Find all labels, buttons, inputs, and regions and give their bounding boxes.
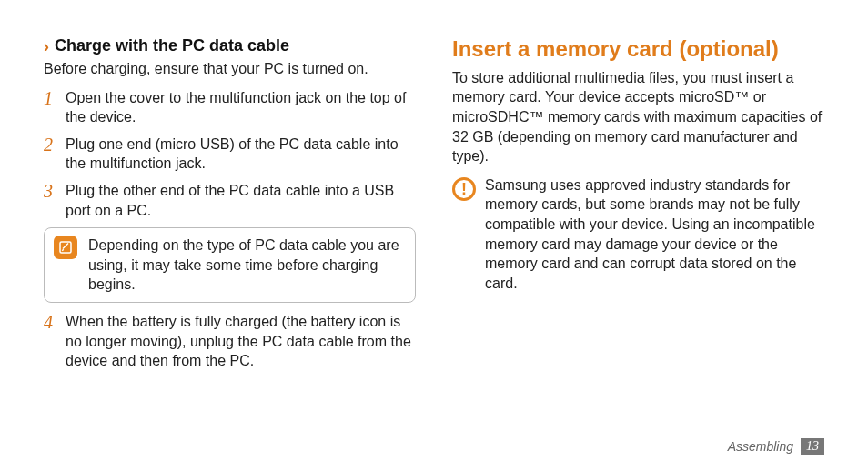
step-number: 4 xyxy=(44,312,56,371)
note-text: Depending on the type of PC data cable y… xyxy=(88,236,406,295)
note-icon xyxy=(54,236,77,259)
step-text: Plug the other end of the PC data cable … xyxy=(66,181,416,220)
main-heading: Insert a memory card (optional) xyxy=(452,36,824,63)
step-number: 3 xyxy=(44,181,56,220)
subheading-row: › Charge with the PC data cable xyxy=(44,36,416,55)
step-row: 2 Plug one end (micro USB) of the PC dat… xyxy=(44,135,416,174)
caution-icon: ! xyxy=(452,177,476,201)
right-column: Insert a memory card (optional) To store… xyxy=(452,36,824,471)
step-row: 3 Plug the other end of the PC data cabl… xyxy=(44,181,416,220)
page-footer: Assembling 13 xyxy=(728,438,824,455)
step-text: Plug one end (micro USB) of the PC data … xyxy=(66,135,416,174)
footer-section: Assembling xyxy=(728,439,793,454)
step-number: 2 xyxy=(44,135,56,174)
step-row: 4 When the battery is fully charged (the… xyxy=(44,312,416,371)
warning-row: ! Samsung uses approved industry standar… xyxy=(452,175,824,294)
warning-text: Samsung uses approved industry standards… xyxy=(485,175,824,294)
right-intro: To store additional multimedia files, yo… xyxy=(452,68,824,166)
left-intro: Before charging, ensure that your PC is … xyxy=(44,59,416,79)
step-row: 1 Open the cover to the multifunction ja… xyxy=(44,88,416,127)
step-number: 1 xyxy=(44,88,56,127)
step-text: When the battery is fully charged (the b… xyxy=(66,312,416,371)
chevron-right-icon: › xyxy=(44,38,49,55)
subheading-text: Charge with the PC data cable xyxy=(55,36,289,55)
svg-rect-0 xyxy=(60,242,71,253)
left-column: › Charge with the PC data cable Before c… xyxy=(44,36,416,471)
step-text: Open the cover to the multifunction jack… xyxy=(66,88,416,127)
note-box: Depending on the type of PC data cable y… xyxy=(44,227,416,303)
page-number: 13 xyxy=(801,438,824,455)
